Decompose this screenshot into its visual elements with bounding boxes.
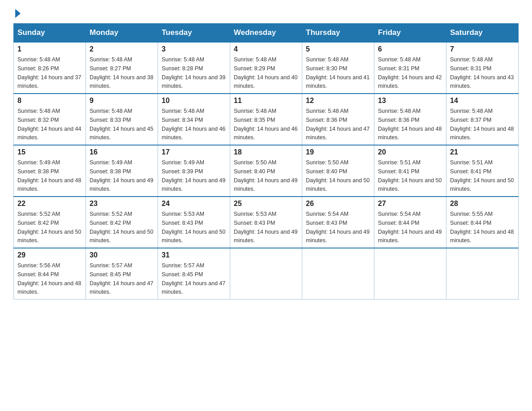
calendar-cell: 15 Sunrise: 5:49 AMSunset: 8:38 PMDaylig… [14, 145, 86, 197]
day-number: 2 [90, 45, 154, 53]
day-info: Sunrise: 5:52 AMSunset: 8:42 PMDaylight:… [17, 211, 81, 244]
calendar-cell [302, 248, 374, 300]
day-number: 7 [450, 45, 515, 53]
day-number: 6 [378, 45, 442, 53]
day-info: Sunrise: 5:53 AMSunset: 8:43 PMDaylight:… [234, 211, 297, 244]
calendar-cell: 19 Sunrise: 5:50 AMSunset: 8:40 PMDaylig… [302, 145, 374, 197]
day-info: Sunrise: 5:51 AMSunset: 8:41 PMDaylight:… [450, 159, 514, 192]
day-info: Sunrise: 5:53 AMSunset: 8:43 PMDaylight:… [162, 211, 225, 244]
calendar-cell: 29 Sunrise: 5:56 AMSunset: 8:44 PMDaylig… [14, 248, 86, 300]
calendar-cell: 6 Sunrise: 5:48 AMSunset: 8:31 PMDayligh… [374, 42, 446, 94]
calendar-cell: 1 Sunrise: 5:48 AMSunset: 8:26 PMDayligh… [14, 42, 86, 94]
day-info: Sunrise: 5:57 AMSunset: 8:45 PMDaylight:… [162, 262, 225, 295]
day-number: 22 [17, 200, 82, 208]
day-number: 19 [306, 148, 370, 156]
day-number: 9 [90, 97, 154, 105]
week-row-1: 1 Sunrise: 5:48 AMSunset: 8:26 PMDayligh… [14, 42, 519, 94]
calendar-cell: 13 Sunrise: 5:48 AMSunset: 8:36 PMDaylig… [374, 94, 446, 145]
day-number: 20 [378, 148, 442, 156]
day-info: Sunrise: 5:50 AMSunset: 8:40 PMDaylight:… [306, 159, 369, 192]
calendar-cell: 11 Sunrise: 5:48 AMSunset: 8:35 PMDaylig… [230, 94, 302, 145]
calendar-cell: 18 Sunrise: 5:50 AMSunset: 8:40 PMDaylig… [230, 145, 302, 197]
calendar-cell: 23 Sunrise: 5:52 AMSunset: 8:42 PMDaylig… [86, 197, 158, 248]
day-info: Sunrise: 5:48 AMSunset: 8:35 PMDaylight:… [234, 108, 297, 141]
day-number: 28 [450, 200, 515, 208]
day-number: 12 [306, 97, 370, 105]
day-number: 26 [306, 200, 370, 208]
day-info: Sunrise: 5:49 AMSunset: 8:39 PMDaylight:… [162, 159, 225, 192]
day-info: Sunrise: 5:48 AMSunset: 8:31 PMDaylight:… [378, 56, 442, 89]
day-info: Sunrise: 5:54 AMSunset: 8:44 PMDaylight:… [378, 211, 442, 244]
page-header [13, 9, 519, 19]
day-number: 27 [378, 200, 442, 208]
calendar-cell: 3 Sunrise: 5:48 AMSunset: 8:28 PMDayligh… [158, 42, 230, 94]
day-number: 1 [17, 45, 82, 53]
calendar-cell: 5 Sunrise: 5:48 AMSunset: 8:30 PMDayligh… [302, 42, 374, 94]
day-number: 18 [234, 148, 298, 156]
day-number: 24 [162, 200, 226, 208]
calendar-cell: 7 Sunrise: 5:48 AMSunset: 8:31 PMDayligh… [446, 42, 519, 94]
calendar-cell: 2 Sunrise: 5:48 AMSunset: 8:27 PMDayligh… [86, 42, 158, 94]
weekday-header-tuesday: Tuesday [158, 24, 230, 43]
day-info: Sunrise: 5:48 AMSunset: 8:36 PMDaylight:… [378, 108, 442, 141]
day-number: 14 [450, 97, 515, 105]
day-number: 23 [90, 200, 154, 208]
weekday-header-row: SundayMondayTuesdayWednesdayThursdayFrid… [14, 24, 519, 43]
day-number: 4 [234, 45, 298, 53]
calendar-cell: 20 Sunrise: 5:51 AMSunset: 8:41 PMDaylig… [374, 145, 446, 197]
day-number: 21 [450, 148, 515, 156]
day-info: Sunrise: 5:48 AMSunset: 8:30 PMDaylight:… [306, 56, 369, 89]
day-info: Sunrise: 5:57 AMSunset: 8:45 PMDaylight:… [90, 262, 153, 295]
calendar-cell [230, 248, 302, 300]
calendar-cell: 24 Sunrise: 5:53 AMSunset: 8:43 PMDaylig… [158, 197, 230, 248]
week-row-4: 22 Sunrise: 5:52 AMSunset: 8:42 PMDaylig… [14, 197, 519, 248]
week-row-3: 15 Sunrise: 5:49 AMSunset: 8:38 PMDaylig… [14, 145, 519, 197]
calendar-cell [374, 248, 446, 300]
day-info: Sunrise: 5:49 AMSunset: 8:38 PMDaylight:… [17, 159, 81, 192]
calendar-cell: 22 Sunrise: 5:52 AMSunset: 8:42 PMDaylig… [14, 197, 86, 248]
weekday-header-saturday: Saturday [446, 24, 519, 43]
calendar-table: SundayMondayTuesdayWednesdayThursdayFrid… [13, 23, 519, 300]
calendar-cell: 27 Sunrise: 5:54 AMSunset: 8:44 PMDaylig… [374, 197, 446, 248]
calendar-cell: 12 Sunrise: 5:48 AMSunset: 8:36 PMDaylig… [302, 94, 374, 145]
day-info: Sunrise: 5:48 AMSunset: 8:33 PMDaylight:… [90, 108, 153, 141]
day-info: Sunrise: 5:48 AMSunset: 8:26 PMDaylight:… [17, 56, 81, 89]
week-row-5: 29 Sunrise: 5:56 AMSunset: 8:44 PMDaylig… [14, 248, 519, 300]
day-number: 17 [162, 148, 226, 156]
day-info: Sunrise: 5:52 AMSunset: 8:42 PMDaylight:… [90, 211, 153, 244]
weekday-header-thursday: Thursday [302, 24, 374, 43]
day-info: Sunrise: 5:54 AMSunset: 8:43 PMDaylight:… [306, 211, 369, 244]
calendar-cell: 14 Sunrise: 5:48 AMSunset: 8:37 PMDaylig… [446, 94, 519, 145]
day-number: 13 [378, 97, 442, 105]
day-number: 31 [162, 251, 226, 259]
day-number: 15 [17, 148, 82, 156]
day-number: 30 [90, 251, 154, 259]
calendar-cell: 9 Sunrise: 5:48 AMSunset: 8:33 PMDayligh… [86, 94, 158, 145]
day-info: Sunrise: 5:50 AMSunset: 8:40 PMDaylight:… [234, 159, 297, 192]
day-info: Sunrise: 5:56 AMSunset: 8:44 PMDaylight:… [17, 262, 81, 295]
calendar-cell [446, 248, 519, 300]
day-info: Sunrise: 5:48 AMSunset: 8:27 PMDaylight:… [90, 56, 153, 89]
calendar-cell: 25 Sunrise: 5:53 AMSunset: 8:43 PMDaylig… [230, 197, 302, 248]
day-info: Sunrise: 5:55 AMSunset: 8:44 PMDaylight:… [450, 211, 514, 244]
day-number: 5 [306, 45, 370, 53]
calendar-cell: 30 Sunrise: 5:57 AMSunset: 8:45 PMDaylig… [86, 248, 158, 300]
day-info: Sunrise: 5:48 AMSunset: 8:34 PMDaylight:… [162, 108, 225, 141]
calendar-cell: 10 Sunrise: 5:48 AMSunset: 8:34 PMDaylig… [158, 94, 230, 145]
weekday-header-sunday: Sunday [14, 24, 86, 43]
week-row-2: 8 Sunrise: 5:48 AMSunset: 8:32 PMDayligh… [14, 94, 519, 145]
weekday-header-wednesday: Wednesday [230, 24, 302, 43]
weekday-header-monday: Monday [86, 24, 158, 43]
logo-triangle-icon [15, 9, 21, 18]
day-info: Sunrise: 5:48 AMSunset: 8:32 PMDaylight:… [17, 108, 81, 141]
calendar-cell: 17 Sunrise: 5:49 AMSunset: 8:39 PMDaylig… [158, 145, 230, 197]
day-number: 29 [17, 251, 82, 259]
calendar-cell: 16 Sunrise: 5:49 AMSunset: 8:38 PMDaylig… [86, 145, 158, 197]
calendar-cell: 26 Sunrise: 5:54 AMSunset: 8:43 PMDaylig… [302, 197, 374, 248]
day-info: Sunrise: 5:48 AMSunset: 8:28 PMDaylight:… [162, 56, 225, 89]
calendar-cell: 4 Sunrise: 5:48 AMSunset: 8:29 PMDayligh… [230, 42, 302, 94]
day-info: Sunrise: 5:48 AMSunset: 8:31 PMDaylight:… [450, 56, 514, 89]
day-info: Sunrise: 5:51 AMSunset: 8:41 PMDaylight:… [378, 159, 442, 192]
calendar-cell: 28 Sunrise: 5:55 AMSunset: 8:44 PMDaylig… [446, 197, 519, 248]
day-info: Sunrise: 5:48 AMSunset: 8:36 PMDaylight:… [306, 108, 369, 141]
